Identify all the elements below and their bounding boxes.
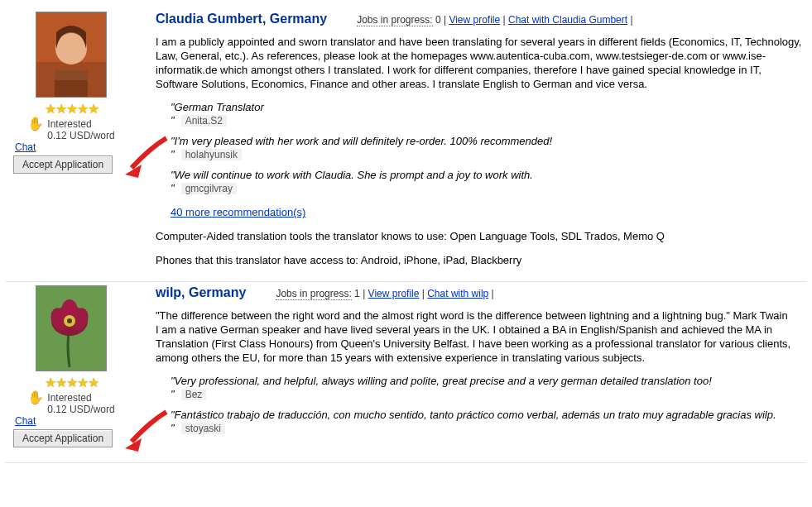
applicant-card: ★★★★★ ✋ Interested 0.12 USD/word Chat Ac… [5,282,807,463]
accept-button[interactable]: Accept Application [13,429,113,447]
rate-label: 0.12 USD/word [47,130,114,141]
applicant-sidebar: ★★★★★ ✋ Interested 0.12 USD/word Chat Ac… [5,12,137,174]
testimonial-author: Bez [181,389,207,400]
cat-tools: Computer-Aided translation tools the tra… [156,230,804,242]
svg-rect-4 [55,70,88,80]
view-profile-link[interactable]: View profile [368,288,420,299]
applicant-details: wilp, Germany Jobs in progress: 1 | View… [137,285,807,442]
testimonial-author: holahyunsik [181,149,242,160]
svg-point-13 [67,318,72,323]
status-row: ✋ Interested 0.12 USD/word [27,118,114,141]
chat-with-link[interactable]: Chat with Claudia Gumbert [508,14,627,26]
rate-label: 0.12 USD/word [47,404,114,415]
hand-icon: ✋ [27,118,44,130]
testimonial: "We will continue to work with Claudia. … [171,169,804,194]
applicant-card: ★★★★★ ✋ Interested 0.12 USD/word Chat Ac… [5,8,807,282]
chat-with-link[interactable]: Chat with wilp [427,288,488,299]
more-recommendations-link[interactable]: 40 more recommendation(s) [171,206,305,218]
testimonials: "Very professional, and helpful, always … [156,375,804,434]
avatar [36,12,107,98]
hand-icon: ✋ [27,392,44,404]
star-rating: ★★★★★ [45,375,98,390]
chat-link[interactable]: Chat [15,141,36,153]
applicant-sidebar: ★★★★★ ✋ Interested 0.12 USD/word Chat Ac… [5,285,137,447]
accept-button[interactable]: Accept Application [13,155,113,174]
interested-label: Interested [47,392,114,404]
translator-name: wilp, Germany [156,285,246,300]
testimonial: "Very professional, and helpful, always … [171,375,804,400]
testimonial: "German Translator "Anita.S2 [171,101,804,127]
star-rating: ★★★★★ [45,101,98,117]
bio-text: "The difference between the right word a… [156,309,804,365]
meta-row: Jobs in progress: 1 | View profile | Cha… [276,288,493,299]
testimonial-author: stoyaski [181,423,225,434]
translator-name: Claudia Gumbert, Germany [156,12,327,26]
testimonial: "I'm very pleased with her work and will… [171,135,804,160]
bio-text: I am a publicly appointed and sworn tran… [156,35,804,91]
chat-link[interactable]: Chat [15,415,36,427]
meta-row: Jobs in progress: 0 | View profile | Cha… [357,14,632,26]
testimonial-author: Anita.S2 [181,115,227,127]
interested-label: Interested [47,118,114,130]
phones: Phones that this translator have access … [156,254,804,266]
testimonial-author: gmcgilvray [181,183,237,194]
testimonial: "Fantástico trabajo de traducción, con m… [171,409,804,434]
testimonials: "German Translator "Anita.S2 "I'm very p… [156,101,804,194]
status-row: ✋ Interested 0.12 USD/word [27,392,114,415]
applicant-details: Claudia Gumbert, Germany Jobs in progres… [137,12,807,266]
view-profile-link[interactable]: View profile [449,14,500,26]
avatar [36,285,107,371]
